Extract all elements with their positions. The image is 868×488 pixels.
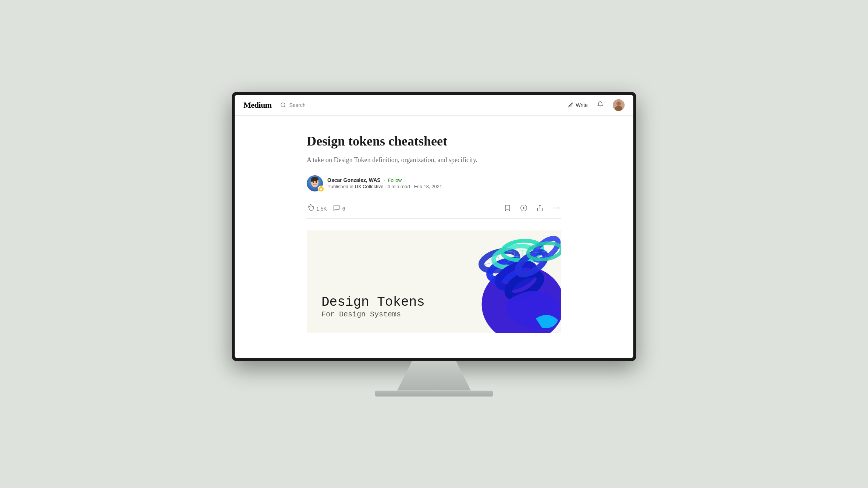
svg-point-16 — [556, 208, 557, 209]
write-icon — [568, 102, 574, 108]
play-button[interactable] — [519, 204, 529, 214]
write-button[interactable]: Write — [568, 102, 588, 108]
svg-point-17 — [558, 208, 559, 209]
play-icon — [520, 204, 527, 213]
article-title: Design tokens cheatsheet — [307, 133, 561, 149]
medium-logo[interactable]: Medium — [243, 100, 271, 110]
article-subtitle: A take on Design Token definition, organ… — [307, 155, 561, 165]
follow-button[interactable]: Follow — [388, 177, 402, 183]
hero-text-overlay: Design Tokens For Design Systems — [321, 294, 425, 319]
clap-count: 1.5K — [316, 206, 327, 212]
publication-link[interactable]: UX Collective — [355, 184, 383, 189]
bookmark-icon — [504, 204, 511, 213]
comment-icon — [333, 204, 340, 213]
action-bar: 1.5K 6 — [307, 199, 561, 219]
comment-count: 6 — [342, 206, 345, 212]
author-name-row: Oscar Gonzalez, WAS · Follow — [327, 177, 442, 183]
svg-marker-13 — [523, 207, 525, 209]
author-meta: Published in UX Collective · 4 min read … — [327, 184, 442, 189]
author-badge — [318, 186, 324, 192]
monitor-wrapper: Medium Search — [232, 92, 636, 396]
svg-line-1 — [285, 106, 286, 107]
hero-sub-text: For Design Systems — [321, 310, 425, 319]
published-prefix: Published in — [327, 184, 353, 189]
share-icon — [536, 204, 544, 213]
nav-right: Write — [568, 99, 625, 111]
action-left: 1.5K 6 — [307, 204, 502, 213]
more-button[interactable] — [551, 204, 561, 214]
notifications-button[interactable] — [595, 100, 605, 110]
hero-canvas: Design Tokens For Design Systems — [307, 230, 561, 333]
bookmark-button[interactable] — [502, 204, 513, 214]
monitor-screen: Medium Search — [232, 92, 636, 361]
author-avatar[interactable] — [307, 175, 323, 191]
svg-point-3 — [616, 101, 621, 106]
avatar-image — [613, 99, 625, 111]
write-label: Write — [576, 102, 588, 108]
comment-button[interactable]: 6 — [333, 204, 345, 213]
svg-point-8 — [316, 181, 317, 183]
share-button[interactable] — [535, 204, 545, 214]
hero-main-text: Design Tokens — [321, 294, 425, 310]
svg-point-0 — [281, 103, 285, 107]
action-right — [502, 204, 561, 214]
svg-point-15 — [554, 208, 555, 209]
screen-inner: Medium Search — [235, 95, 633, 358]
search-placeholder: Search — [289, 102, 305, 108]
monitor-base — [375, 391, 493, 396]
bell-icon — [597, 101, 604, 109]
clap-button[interactable]: 1.5K — [307, 204, 327, 213]
hero-image: Design Tokens For Design Systems — [307, 230, 561, 333]
author-name[interactable]: Oscar Gonzalez, WAS — [327, 177, 381, 183]
author-separator: · — [384, 177, 385, 183]
clap-icon — [307, 204, 314, 213]
svg-marker-11 — [319, 187, 323, 191]
svg-point-7 — [313, 181, 314, 183]
navbar: Medium Search — [235, 95, 633, 116]
publish-date: Feb 18, 2021 — [414, 184, 442, 189]
author-info: Oscar Gonzalez, WAS · Follow Published i… — [327, 177, 442, 189]
article-container: Design tokens cheatsheet A take on Desig… — [298, 116, 570, 358]
user-avatar[interactable] — [613, 99, 625, 111]
search-bar[interactable]: Search — [280, 102, 568, 108]
read-time: 4 min read — [387, 184, 410, 189]
svg-rect-10 — [311, 179, 313, 182]
author-row: Oscar Gonzalez, WAS · Follow Published i… — [307, 175, 561, 191]
meta-separator-2: · — [411, 184, 414, 189]
more-icon — [552, 204, 560, 213]
search-icon — [280, 102, 286, 108]
monitor-stand — [397, 361, 471, 391]
